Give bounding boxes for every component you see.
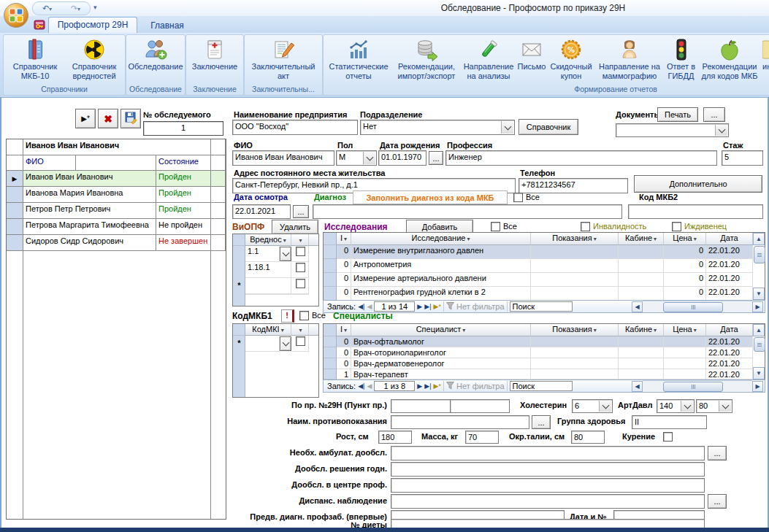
spec-pokaz-cell[interactable] <box>531 336 619 347</box>
birthdate-more-button[interactable]: ... <box>429 151 443 165</box>
division-combobox[interactable]: Нет <box>360 120 515 135</box>
customize-qat-button[interactable]: ▾ <box>93 4 97 11</box>
scroll-right-button[interactable]: ▶ <box>752 381 763 392</box>
contraindication-more-button[interactable]: ... <box>532 415 551 429</box>
chevron-down-icon[interactable] <box>363 152 375 164</box>
delete-record-button[interactable]: ✖ <box>98 109 118 128</box>
dispans-field[interactable] <box>391 494 705 509</box>
scrollbar-thumb[interactable] <box>663 302 723 312</box>
spec-price-cell[interactable] <box>664 347 706 358</box>
print-button[interactable]: Печать <box>657 107 698 122</box>
stat-otchety-button[interactable]: Статистические отчеты <box>325 37 392 84</box>
row-selector[interactable] <box>324 336 337 347</box>
tab-profosmotr-29n[interactable]: Профосмотр 29Н <box>48 17 137 34</box>
chevron-down-icon[interactable] <box>681 401 693 412</box>
issled-all-checkbox[interactable] <box>491 222 500 231</box>
company-field[interactable]: ООО "Восход" <box>232 120 358 135</box>
row-selector[interactable] <box>324 347 337 358</box>
no-filter-label[interactable]: Нет фильтра <box>456 382 505 390</box>
search-input[interactable]: Поиск <box>510 301 573 312</box>
issled-col-date[interactable]: Дата <box>706 233 753 245</box>
row-selector[interactable] <box>324 273 337 287</box>
issled-name-cell[interactable]: Антропометрия <box>351 259 531 273</box>
viopf-col-header[interactable]: Вреднос▾ <box>245 234 291 246</box>
mkb1-checkbox[interactable] <box>296 336 305 346</box>
patient-status-cell[interactable]: Пройден <box>156 203 211 219</box>
vertical-scrollbar-thumb[interactable] <box>754 337 765 352</box>
chevron-down-icon[interactable] <box>599 401 611 412</box>
new-record-nav-button[interactable]: ▶* <box>434 301 441 312</box>
documents-more-button[interactable]: ... <box>703 107 725 122</box>
patient-name-cell[interactable]: Иванова Мария Ивановна <box>23 187 156 203</box>
spec-name-cell[interactable]: Врач-терапевт <box>351 369 531 379</box>
last-record-button[interactable]: ▶| <box>424 301 431 312</box>
patient-name-cell[interactable]: Иванов Иван Иванович <box>23 171 156 187</box>
patient-status-cell[interactable]: Пройден <box>156 171 211 187</box>
issled-kab-cell[interactable] <box>619 273 664 287</box>
issled-date-cell[interactable]: 22.01.20 <box>706 273 753 287</box>
scroll-left-button[interactable]: ◀ <box>632 381 643 392</box>
issled-price-cell[interactable]: 0 <box>664 287 706 301</box>
record-number-field[interactable]: 1 <box>143 121 223 136</box>
clipped-ribbon-button[interactable]: ин <box>762 37 769 84</box>
record-position[interactable]: 1 из 14 <box>374 301 415 312</box>
horizontal-scrollbar[interactable]: ◀ ▶ <box>632 380 763 392</box>
experience-field[interactable]: 5 <box>722 150 763 166</box>
waist-field[interactable]: 80 <box>571 431 605 444</box>
save-record-button[interactable] <box>120 109 141 128</box>
row-selector[interactable] <box>324 245 337 259</box>
point29n-field-1[interactable] <box>391 399 451 413</box>
pismo-button[interactable]: Письмо <box>516 37 547 84</box>
patient-name-cell[interactable]: Петров Петр Петрович <box>23 203 156 219</box>
napravlenie-mammografiya-button[interactable]: Направление на маммографию <box>595 37 664 84</box>
patient-status-cell[interactable]: Не завершен <box>156 235 211 251</box>
doobsl-godn-field[interactable] <box>391 462 705 477</box>
col-header-fio[interactable]: ФИО <box>23 155 76 171</box>
viopf-value-cell[interactable]: 1.1 <box>245 246 280 262</box>
record-position[interactable]: 1 из 8 <box>374 381 415 391</box>
issled-price-cell[interactable]: 0 <box>664 273 706 287</box>
viopf-checkbox[interactable] <box>296 279 305 288</box>
point29n-field-2[interactable] <box>450 399 510 413</box>
spec-kab-cell[interactable] <box>619 336 664 347</box>
issled-col-name[interactable]: Исследование▾ <box>351 233 531 245</box>
diagnosis-field[interactable] <box>313 204 622 219</box>
mkb1-check-col-header[interactable]: ▾ <box>291 324 309 336</box>
spec-col-name[interactable]: Специалист▾ <box>351 324 531 336</box>
issled-pokaz-cell[interactable] <box>531 245 619 259</box>
rekomendacii-mkb-button[interactable]: Рекомендации для кодов МКБ <box>698 37 761 84</box>
diagnosis-all-checkbox[interactable] <box>513 193 523 202</box>
weight-field[interactable]: 70 <box>465 431 499 444</box>
viopf-combo-button[interactable] <box>280 247 291 261</box>
spec-price-cell[interactable] <box>664 336 706 347</box>
scroll-left-button[interactable]: ◀ <box>632 301 643 312</box>
rekomendacii-import-export-button[interactable]: Рекомендации, импорт/экспорт <box>392 37 461 84</box>
spec-col-i[interactable]: I▾ <box>337 324 351 336</box>
viopf-value-cell[interactable]: 1.18.1 <box>245 262 291 278</box>
dispans-more-button[interactable]: ... <box>708 494 727 509</box>
scrollbar-track[interactable] <box>643 301 752 313</box>
obsledovanie-button[interactable]: Обследование <box>126 37 185 84</box>
mkb1-combo-button[interactable] <box>280 336 291 351</box>
issled-col-kab[interactable]: Кабине▾ <box>619 233 664 245</box>
chevron-down-icon[interactable] <box>719 401 731 412</box>
spravochnik-button[interactable]: Справочник <box>519 119 578 135</box>
patient-name-cell[interactable]: Сидоров Сидр Сидорович <box>23 235 156 251</box>
smoking-checkbox[interactable] <box>663 432 673 442</box>
row-selector[interactable] <box>7 219 23 235</box>
doobsl-centre-field[interactable] <box>391 478 705 493</box>
row-selector[interactable] <box>7 187 23 203</box>
spec-col-date[interactable]: Дата <box>706 324 753 336</box>
spec-col-price[interactable]: Цена▾ <box>664 324 706 336</box>
spec-name-cell[interactable]: Врач-офтальмолог <box>351 336 531 347</box>
patient-name-cell[interactable]: Петрова Маргарита Тимофеевна <box>23 219 156 235</box>
invalid-checkbox[interactable] <box>581 222 590 231</box>
spec-date-cell[interactable]: 22.01.20 <box>706 336 753 347</box>
col-header-state[interactable]: Состояние <box>156 155 211 171</box>
new-record-nav-button[interactable]: ▶* <box>434 381 441 391</box>
next-record-button[interactable]: ▶ <box>417 381 422 391</box>
scrollbar-thumb[interactable] <box>663 382 723 392</box>
cholesterol-combobox[interactable]: 6 <box>572 399 613 413</box>
exam-date-field[interactable]: 22.01.2021 <box>232 204 291 219</box>
prev-record-button[interactable]: ◀ <box>367 301 372 312</box>
